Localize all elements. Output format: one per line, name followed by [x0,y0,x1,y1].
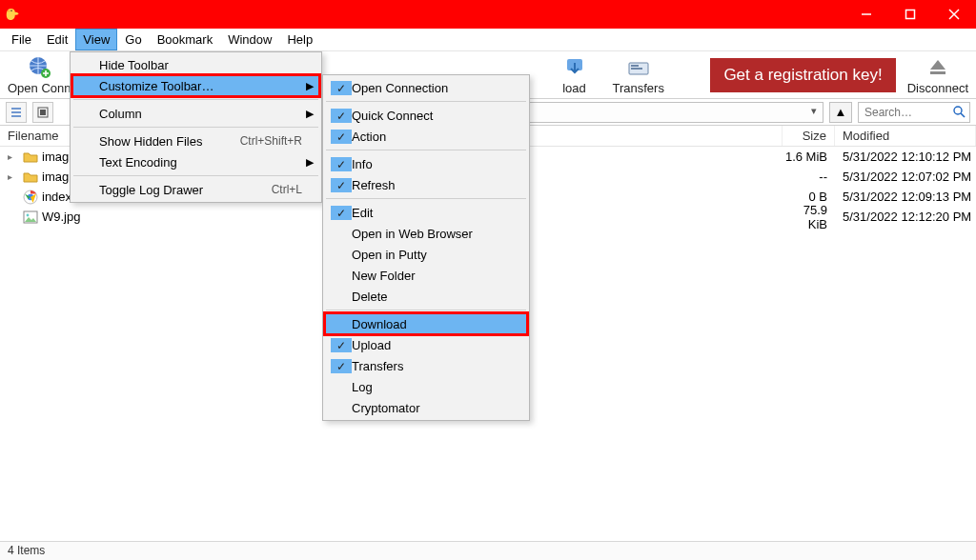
status-bar: 4 Items [0,541,976,560]
globe-plus-icon [26,54,52,81]
minimize-button[interactable] [844,0,888,29]
disconnect-label: Disconnect [907,81,968,95]
image-file-icon [23,210,38,225]
svg-line-15 [961,113,965,117]
svg-rect-13 [40,110,46,115]
window-controls [844,0,976,29]
svg-rect-9 [631,65,639,67]
submenu-arrow-icon: ▶ [306,156,314,169]
search-wrap [858,102,970,123]
path-combobox[interactable] [522,102,824,123]
menu-separator [326,101,526,102]
titlebar [0,0,976,29]
view-list-button[interactable] [6,102,27,123]
col-size[interactable]: Size [783,126,835,146]
folder-icon [23,170,38,185]
menu-separator [326,198,526,199]
file-modified: 5/31/2022 12:10:12 PM [835,150,976,164]
submenuitem-info[interactable]: Info [325,153,527,174]
download-button-partial[interactable]: load [548,54,601,95]
view-bookmark-button[interactable] [32,102,53,123]
file-name: W9.jpg [42,210,80,224]
file-modified: 5/31/2022 12:07:02 PM [835,170,976,184]
file-size: 75.9 KiB [783,203,835,231]
menu-edit[interactable]: Edit [39,29,75,50]
file-name: imag [42,150,69,164]
menuitem-customize-toolbar[interactable]: Customize Toolbar…▶ [72,75,319,96]
up-button[interactable]: ▲ [829,102,852,123]
transfers-button[interactable]: Transfers [609,54,668,95]
registration-key-banner[interactable]: Get a registration key! [710,58,895,92]
transfers-icon [625,54,652,81]
file-modified: 5/31/2022 12:12:20 PM [835,210,976,224]
submenu-arrow-icon: ▶ [306,80,314,92]
maximize-button[interactable] [888,0,932,29]
submenuitem-quick-connect[interactable]: Quick Connect [325,105,527,126]
svg-point-0 [10,10,12,12]
menu-separator [326,150,526,150]
file-modified: 5/31/2022 12:09:13 PM [835,190,976,204]
search-icon [953,106,966,121]
file-size: 1.6 MiB [783,150,835,164]
menubar: File Edit View Go Bookmark Window Help [0,29,976,51]
menuitem-show-hidden[interactable]: Show Hidden FilesCtrl+Shift+R [72,130,319,151]
menuitem-column[interactable]: Column▶ [72,103,319,124]
svg-point-14 [954,107,962,114]
menuitem-hide-toolbar[interactable]: Hide Toolbar [72,54,319,75]
menu-file[interactable]: File [4,29,39,50]
menu-bookmark[interactable]: Bookmark [150,29,221,50]
svg-rect-2 [906,10,915,19]
download-label-tail: load [562,81,586,95]
menuitem-toggle-log[interactable]: Toggle Log DrawerCtrl+L [72,179,319,200]
svg-rect-10 [631,68,642,70]
chrome-html-icon [23,190,38,205]
menu-window[interactable]: Window [220,29,279,50]
submenuitem-edit[interactable]: Edit [325,202,527,223]
submenuitem-open-putty[interactable]: Open in Putty [325,244,527,265]
submenuitem-new-folder[interactable]: New Folder [325,265,527,286]
submenuitem-refresh[interactable]: Refresh [325,174,527,195]
submenuitem-download[interactable]: Download [325,313,527,334]
menu-separator [73,127,318,128]
menuitem-text-encoding[interactable]: Text Encoding▶ [72,151,319,172]
folder-icon [23,150,38,165]
menu-separator [326,310,526,310]
submenuitem-open-connection[interactable]: Open Connection [325,77,527,98]
menu-separator [73,175,318,176]
submenuitem-cryptomator[interactable]: Cryptomator [325,397,527,418]
view-menu: Hide Toolbar Customize Toolbar…▶ Column▶… [70,51,322,203]
menu-help[interactable]: Help [279,29,320,50]
open-connection-button[interactable]: Open Conn [4,54,75,95]
open-connection-label: Open Conn [8,81,71,95]
file-size: -- [783,170,835,184]
submenu-arrow-icon: ▶ [306,108,314,120]
col-modified[interactable]: Modified [835,126,976,146]
menu-go[interactable]: Go [117,29,149,50]
app-icon [6,6,23,23]
svg-rect-11 [930,71,946,74]
expand-icon[interactable]: ▸ [8,151,19,162]
submenuitem-transfers[interactable]: Transfers [325,355,527,376]
submenuitem-delete[interactable]: Delete [325,286,527,307]
expand-icon[interactable]: ▸ [8,171,19,182]
file-name: imag [42,170,69,184]
submenuitem-upload[interactable]: Upload [325,334,527,355]
eject-icon [925,54,951,81]
download-icon [561,54,588,81]
submenuitem-open-browser[interactable]: Open in Web Browser [325,223,527,244]
disconnect-button[interactable]: Disconnect [904,54,972,95]
customize-toolbar-submenu: Open Connection Quick Connect Action Inf… [322,74,530,421]
svg-point-19 [27,213,30,216]
menu-view[interactable]: View [75,29,117,50]
menu-separator [73,99,318,100]
submenuitem-log[interactable]: Log [325,376,527,397]
transfers-label: Transfers [613,81,664,95]
close-button[interactable] [932,0,976,29]
submenuitem-action[interactable]: Action [325,126,527,147]
